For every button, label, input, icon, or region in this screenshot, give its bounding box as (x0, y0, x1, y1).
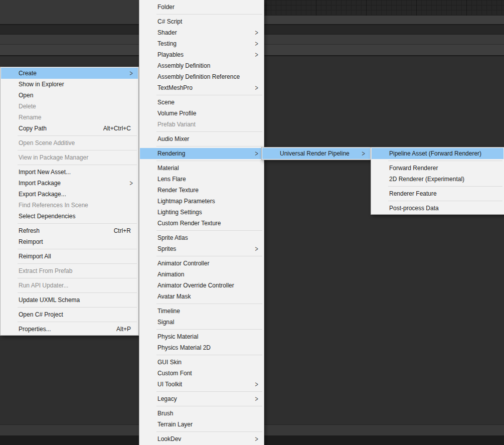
menu-item-shortcut: Alt+Ctrl+C (103, 123, 131, 134)
menu-item-label: Physics Material 2D (157, 344, 211, 351)
menu-item-pipeline-asset-forward-renderer[interactable]: Pipeline Asset (Forward Renderer) (372, 148, 503, 159)
menu-item-refresh[interactable]: RefreshCtrl+R (1, 225, 138, 236)
unity-editor-window: Create>Show in ExplorerOpenDeleteRenameC… (0, 0, 504, 445)
menu-item-assembly-definition[interactable]: Assembly Definition (140, 60, 263, 71)
menu-item-universal-render-pipeline[interactable]: Universal Render Pipeline> (262, 148, 370, 159)
menu-item-sprites[interactable]: Sprites> (140, 243, 263, 254)
menu-item-show-in-explorer[interactable]: Show in Explorer (1, 79, 138, 90)
menu-item-brush[interactable]: Brush (140, 408, 263, 419)
menu-separator (156, 256, 262, 256)
menu-item-rendering[interactable]: Rendering> (140, 148, 263, 159)
menu-item-label: LookDev (157, 435, 181, 442)
menu-item-testing[interactable]: Testing> (140, 38, 263, 49)
menu-item-animator-override-controller[interactable]: Animator Override Controller (140, 280, 263, 291)
menu-item-label: Material (157, 165, 179, 172)
create-submenu: FolderC# ScriptShader>Testing>Playables>… (139, 0, 264, 445)
menu-item-shader[interactable]: Shader> (140, 27, 263, 38)
menu-item-open-c-project[interactable]: Open C# Project (1, 309, 138, 320)
menu-separator (156, 355, 262, 355)
menu-separator (388, 201, 502, 201)
menu-item-playables[interactable]: Playables> (140, 49, 263, 60)
rendering-submenu: Universal Render Pipeline> (261, 147, 371, 160)
menu-item-renderer-feature[interactable]: Renderer Feature (372, 188, 503, 199)
menu-item-lighting-settings[interactable]: Lighting Settings (140, 207, 263, 218)
menu-item-2d-renderer-experimental[interactable]: 2D Renderer (Experimental) (372, 174, 503, 185)
menu-item-assembly-definition-reference[interactable]: Assembly Definition Reference (140, 71, 263, 82)
menu-item-label: Sprite Atlas (157, 234, 188, 241)
menu-item-label: Testing (157, 40, 177, 47)
menu-item-label: Custom Render Texture (157, 220, 221, 227)
menu-item-label: Delete (19, 103, 36, 110)
menu-item-render-texture[interactable]: Render Texture (140, 185, 263, 196)
menu-item-folder[interactable]: Folder (140, 2, 263, 13)
menu-item-update-uxml-schema[interactable]: Update UXML Schema (1, 294, 138, 306)
menu-item-label: Reimport All (19, 253, 51, 260)
menu-item-physic-material[interactable]: Physic Material (140, 331, 263, 342)
menu-item-label: Properties... (19, 326, 51, 333)
menu-item-reimport[interactable]: Reimport (1, 236, 138, 247)
menu-item-prefab-variant: Prefab Variant (140, 119, 263, 130)
menu-item-label: Animator Override Controller (157, 282, 234, 289)
menu-item-select-dependencies[interactable]: Select Dependencies (1, 211, 138, 222)
menu-item-label: Find References In Scene (19, 202, 88, 209)
submenu-arrow-icon: > (255, 377, 258, 391)
menu-item-view-in-package-manager: View in Package Manager (1, 152, 138, 163)
menu-item-label: Open (19, 92, 33, 99)
menu-item-custom-font[interactable]: Custom Font (140, 368, 263, 379)
menu-item-sprite-atlas[interactable]: Sprite Atlas (140, 232, 263, 243)
menu-item-ui-toolkit[interactable]: UI Toolkit> (140, 379, 263, 390)
menu-item-label: Import Package (19, 180, 61, 187)
menu-item-label: Physic Material (157, 333, 198, 340)
menu-item-avatar-mask[interactable]: Avatar Mask (140, 291, 263, 302)
menu-separator (156, 230, 262, 231)
menu-item-open[interactable]: Open (1, 90, 138, 101)
menu-item-legacy[interactable]: Legacy> (140, 393, 263, 404)
menu-item-label: Timeline (157, 308, 180, 315)
menu-item-post-process-data[interactable]: Post-process Data (372, 203, 503, 214)
menu-item-import-new-asset[interactable]: Import New Asset... (1, 167, 138, 178)
context-menu: Create>Show in ExplorerOpenDeleteRenameC… (0, 67, 139, 336)
menu-item-label: Import New Asset... (19, 169, 71, 176)
menu-item-label: TextMeshPro (157, 84, 193, 91)
menu-item-lightmap-parameters[interactable]: Lightmap Parameters (140, 196, 263, 207)
menu-item-reimport-all[interactable]: Reimport All (1, 251, 138, 262)
menu-item-custom-render-texture[interactable]: Custom Render Texture (140, 218, 263, 229)
menu-item-lookdev[interactable]: LookDev> (140, 433, 263, 444)
menu-item-textmeshpro[interactable]: TextMeshPro> (140, 82, 263, 93)
menu-item-gui-skin[interactable]: GUI Skin (140, 357, 263, 368)
menu-item-volume-profile[interactable]: Volume Profile (140, 108, 263, 119)
menu-separator (156, 14, 262, 15)
menu-separator (156, 161, 262, 161)
menu-item-signal[interactable]: Signal (140, 317, 263, 328)
universal-render-pipeline-submenu: Pipeline Asset (Forward Renderer)Forward… (371, 147, 504, 215)
menu-item-physics-material-2d[interactable]: Physics Material 2D (140, 342, 263, 353)
menu-item-label: Custom Font (157, 370, 192, 377)
menu-item-label: Rename (19, 114, 41, 121)
menu-item-copy-path[interactable]: Copy PathAlt+Ctrl+C (1, 123, 138, 134)
submenu-arrow-icon: > (362, 146, 365, 161)
menu-item-label: Audio Mixer (157, 135, 189, 142)
menu-item-lens-flare[interactable]: Lens Flare (140, 174, 263, 185)
menu-item-label: Folder (157, 4, 175, 11)
menu-item-properties[interactable]: Properties...Alt+P (1, 324, 138, 335)
menu-item-timeline[interactable]: Timeline (140, 306, 263, 317)
menu-item-animation[interactable]: Animation (140, 269, 263, 280)
menu-item-material[interactable]: Material (140, 163, 263, 174)
menu-item-terrain-layer[interactable]: Terrain Layer (140, 419, 263, 430)
menu-item-label: Refresh (19, 227, 40, 234)
menu-item-export-package[interactable]: Export Package... (1, 189, 138, 200)
menu-item-label: Brush (157, 410, 173, 417)
menu-item-forward-renderer[interactable]: Forward Renderer (372, 163, 503, 174)
menu-item-label: Copy Path (19, 125, 47, 132)
submenu-arrow-icon: > (255, 242, 258, 256)
menu-item-animator-controller[interactable]: Animator Controller (140, 258, 263, 269)
menu-item-create[interactable]: Create> (1, 68, 138, 79)
menu-separator (18, 165, 137, 165)
menu-item-c-script[interactable]: C# Script (140, 16, 263, 27)
menu-item-import-package[interactable]: Import Package> (1, 178, 138, 189)
menu-item-audio-mixer[interactable]: Audio Mixer (140, 133, 263, 144)
menu-item-label: Update UXML Schema (19, 296, 80, 304)
menu-item-label: Rendering (157, 150, 185, 157)
menu-item-scene[interactable]: Scene (140, 97, 263, 108)
menu-item-label: Scene (157, 99, 175, 106)
